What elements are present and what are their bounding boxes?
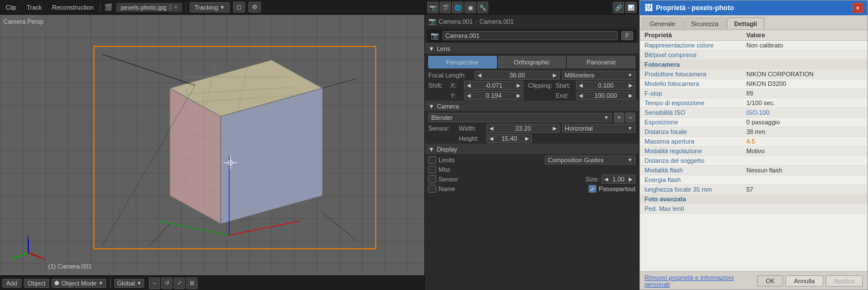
svg-line-30: [14, 253, 28, 258]
file-close-icon[interactable]: ×: [174, 4, 178, 10]
file-tab[interactable]: pexels-photo.jpg 2 ×: [116, 3, 182, 12]
table-row: Bit/pixel compressi: [640, 50, 867, 60]
tb-icon-scale[interactable]: ⤢: [174, 278, 185, 289]
panoramic-button[interactable]: Panoramic: [567, 56, 635, 68]
end-label: End:: [556, 92, 574, 99]
cube-svg: [102, 54, 356, 246]
top-menu-bar: Clip Track Reconstruction 🎬 pexels-photo…: [0, 0, 424, 15]
separator2: [186, 2, 186, 12]
prop-val-8: 0 passaggio: [742, 118, 867, 127]
name-checkbox[interactable]: [428, 185, 436, 193]
tab-sicurezza[interactable]: Sicurezza: [684, 18, 725, 29]
prop-name-13: Modalità flash: [640, 166, 742, 175]
world-icon[interactable]: 🌐: [452, 2, 463, 13]
focal-col: Focal Length: ◀ 38.00 ▶: [428, 71, 560, 80]
display-section-header[interactable]: ▼ Display ···: [425, 144, 639, 155]
prop-val-10: 4.5: [742, 137, 867, 146]
ok-button[interactable]: OK: [757, 275, 783, 287]
name-label: Name: [439, 185, 455, 192]
svg-line-23: [229, 221, 300, 235]
global-select[interactable]: Global ▼: [114, 279, 145, 288]
tab-generale[interactable]: Generale: [642, 18, 682, 29]
scene-icon[interactable]: 🎬: [440, 2, 451, 13]
prop-val-4: NIKON D3200: [742, 79, 867, 89]
table-row: F-stopf/8: [640, 89, 867, 98]
clipping-label: Clipping:: [528, 82, 553, 89]
x-field[interactable]: ◀ -0.071 ▶: [464, 81, 523, 90]
orthographic-button[interactable]: Orthographic: [498, 56, 566, 68]
breadcrumb-camera1[interactable]: Camera.001: [439, 18, 473, 25]
tab-dettagli[interactable]: Dettagli: [727, 18, 764, 29]
object-button[interactable]: Object: [24, 279, 50, 288]
viewport-area: Camera Persp: [0, 15, 424, 275]
bar-separator: [110, 278, 111, 288]
apply-button[interactable]: Applica: [826, 275, 863, 287]
modifier-icon[interactable]: 🔧: [477, 2, 488, 13]
size-field[interactable]: ◀ 1.00 ▶: [601, 175, 635, 184]
width-field[interactable]: ◀ 23.20 ▶: [487, 124, 560, 133]
x-arrow-left: ◀: [467, 83, 471, 88]
mist-checkbox[interactable]: [428, 166, 436, 174]
breadcrumb-icon: 📷: [428, 18, 436, 25]
unit-select[interactable]: Millimeters ▼: [562, 71, 635, 80]
x-arrow-right: ▶: [517, 83, 521, 88]
dialog-button-group: OK Annulla Applica: [757, 275, 863, 287]
start-field[interactable]: ◀ 0.100 ▶: [576, 81, 635, 90]
width-label: Width:: [459, 125, 484, 132]
mode-select[interactable]: ⬟ Object Mode ▼: [51, 279, 106, 288]
end-value: 100.000: [595, 92, 617, 99]
f-badge[interactable]: F: [621, 31, 633, 40]
end-field[interactable]: ◀ 100.000 ▶: [576, 91, 635, 100]
height-arrow-right: ▶: [525, 136, 529, 141]
toolbar-icon-2[interactable]: ⚙: [248, 2, 261, 12]
size-label: Size:: [586, 176, 599, 183]
lens-section-header[interactable]: ▼ Lens ···: [425, 43, 639, 54]
crosshair: [224, 156, 237, 170]
tb-icon-move[interactable]: ↔: [149, 278, 160, 289]
table-body: Rappresentazione coloreNon calibratoBit/…: [640, 41, 867, 214]
height-field[interactable]: ◀ 15.40 ▶: [487, 134, 532, 143]
minus-button[interactable]: −: [625, 112, 635, 123]
tracking-button[interactable]: Tracking ▼: [190, 2, 230, 12]
blender-select[interactable]: Blender ▼: [428, 113, 612, 122]
menu-clip[interactable]: Clip: [2, 3, 20, 12]
display-triangle-icon: ▼: [428, 146, 435, 153]
menu-reconstruction[interactable]: Reconstruction: [49, 3, 97, 12]
prop-val-6: 1/100 sec.: [742, 98, 867, 108]
dialog-tabs: Generale Sicurezza Dettagli: [640, 15, 867, 30]
y-arrow-right: ▶: [517, 93, 521, 98]
constraints-icon[interactable]: 🔗: [613, 2, 624, 13]
cancel-button[interactable]: Annulla: [785, 275, 823, 287]
data-icon[interactable]: 📊: [625, 2, 637, 13]
horizontal-select[interactable]: Horizontal ▼: [562, 124, 635, 133]
composition-select[interactable]: Composition Guides ▼: [545, 155, 635, 165]
prop-name-3: Produttore fotocamera: [640, 70, 742, 79]
tracking-label: Tracking: [195, 4, 218, 11]
dialog-close-button[interactable]: ×: [853, 3, 863, 13]
render-icon[interactable]: 📷: [427, 2, 439, 13]
breadcrumb-camera2[interactable]: Camera.001: [479, 18, 514, 25]
blender-row: Blender ▼ + −: [425, 112, 639, 123]
unit-label: Millimeters: [565, 72, 595, 79]
prop-name-9: Distanza focale: [640, 127, 742, 137]
focal-field[interactable]: ◀ 38.00 ▶: [475, 71, 560, 80]
y-field[interactable]: ◀ 0.194 ▶: [464, 91, 523, 100]
object-props-icon[interactable]: ▣: [465, 2, 476, 13]
tb-icon-transform[interactable]: ⊞: [186, 278, 197, 289]
menu-track[interactable]: Track: [23, 3, 45, 12]
sensor-checkbox[interactable]: [428, 175, 436, 183]
tb-icon-rotate[interactable]: ↺: [161, 278, 173, 289]
add-button[interactable]: Add: [2, 279, 22, 288]
camera-section-header[interactable]: ▼ Camera ···: [425, 101, 639, 112]
svg-text:X: X: [43, 257, 45, 262]
remove-properties-link[interactable]: Rimuovi proprietà e informazioni persona…: [644, 274, 757, 288]
perspective-button[interactable]: Perspective: [428, 56, 497, 68]
toolbar-icon-1[interactable]: ◻: [233, 2, 245, 12]
limits-checkbox[interactable]: [428, 156, 436, 164]
plus-button[interactable]: +: [614, 112, 624, 123]
toolbar-icons-row: ↔ ↺ ⤢ ⊞: [149, 278, 197, 289]
prop-val-12: [742, 156, 867, 166]
height-label: Height:: [459, 135, 484, 142]
camera-name-input[interactable]: [442, 31, 618, 40]
passepartout-checkbox[interactable]: ✓: [588, 185, 596, 193]
